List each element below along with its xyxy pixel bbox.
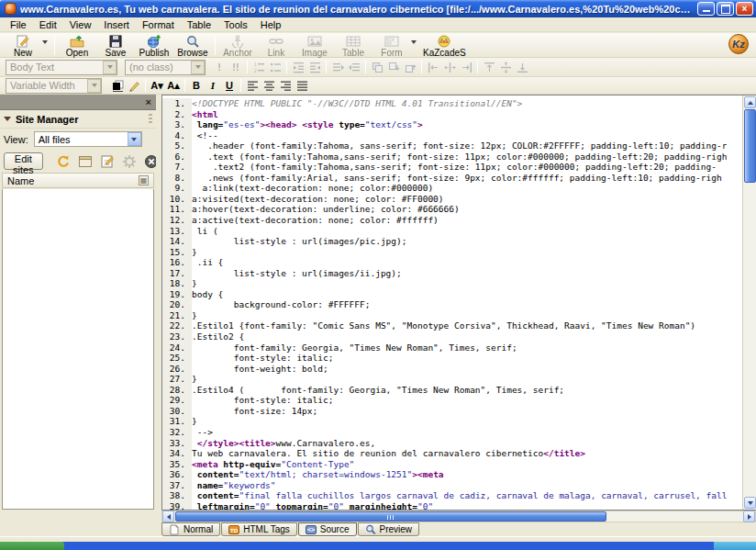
bold-icon[interactable]: B [188,78,205,93]
emphasis-icon[interactable]: ! [211,60,228,74]
font-size-increase-icon[interactable]: A▴ [165,78,182,93]
italic-icon[interactable]: I [205,78,221,93]
code-line[interactable]: 6. .text (font-family:Tahoma,sans-serif;… [162,152,742,163]
code-line[interactable]: 24. font-family: Georgia, "Times New Rom… [162,342,742,354]
view-filter-select[interactable]: All files [34,131,142,147]
new-button[interactable]: New [4,34,42,58]
code-line[interactable]: 20. background-color: #FFFFFF; [162,299,742,310]
indent-increase-icon[interactable] [290,60,306,74]
bullet-list-icon[interactable] [267,60,284,74]
code-line[interactable]: 10.a:visited(text-decoration: none; colo… [162,194,742,205]
numbered-list-icon[interactable]: 12 [250,60,267,74]
code-line[interactable]: 16. .ii { [162,257,742,268]
code-line[interactable]: 27.} [162,374,742,385]
menu-insert[interactable]: Insert [97,18,136,31]
code-line[interactable]: 23..Estilo2 { [162,331,742,342]
edit-sites-button[interactable]: Edit sites [4,152,43,170]
tab-normal[interactable]: Normal [161,522,220,536]
align-middle-icon[interactable] [497,60,514,74]
snap-left-icon[interactable] [425,60,441,74]
code-line[interactable]: 4. <!-- [162,130,742,141]
file-list[interactable] [2,189,154,510]
code-line[interactable]: 21.} [162,310,742,321]
code-line[interactable]: 33. </style><title>www.Carnavalero.es, [162,438,742,449]
source-code[interactable]: 1.<!DOCTYPE HTML PUBLIC "-//W3C//DTD HTM… [162,95,742,510]
image-button[interactable]: Image [295,34,334,58]
code-line[interactable]: 28..Estilo4 ( font-family: Georgia, "Tim… [162,385,742,396]
code-line[interactable]: 2.<html [162,109,742,120]
sidebar-close-icon[interactable]: × [146,97,151,107]
align-left-icon[interactable] [244,78,261,93]
table-button[interactable]: Table [334,34,372,58]
align-justify-icon[interactable] [294,78,310,93]
code-line[interactable]: 11.a:hover(text-decoration: underline; c… [162,204,742,215]
shift-right-icon[interactable] [329,60,346,74]
absolute-position-icon[interactable] [369,60,385,74]
snap-center-icon[interactable] [441,60,458,74]
font-width-select[interactable]: Variable Width [6,78,102,94]
horizontal-scroll-thumb[interactable] [175,511,606,522]
indent-decrease-icon[interactable] [306,60,323,74]
highlight-pen-icon[interactable] [126,78,142,93]
code-line[interactable]: 26. font-weight: bold; [162,364,742,375]
code-line[interactable]: 38. content="final falla cuchillos largo… [162,490,742,501]
increase-zindex-icon[interactable] [402,60,418,74]
code-line[interactable]: 3. lang="es-es"><head> <style type="text… [162,119,742,130]
code-line[interactable]: 29. font-style: italic; [162,395,742,406]
code-line[interactable]: 9. a:link(text-decoration: none; color:#… [162,183,742,194]
chevron-down-icon[interactable] [42,40,48,44]
scroll-up-button[interactable] [744,96,756,108]
start-button[interactable] [0,542,64,550]
menu-edit[interactable]: Edit [33,18,63,31]
site-manager-header[interactable]: Site Manager [0,110,156,129]
name-column-header[interactable]: Name ▦ [2,173,154,188]
code-line[interactable]: 15.} [162,247,742,258]
code-line[interactable]: 13. li ( [162,226,742,237]
class-select[interactable]: (no class) [125,60,206,75]
scroll-left-button[interactable] [162,511,174,522]
browse-button[interactable]: Browse [173,34,212,58]
align-bottom-icon[interactable] [514,60,530,74]
code-line[interactable]: 39. leftmargin="0" topmargin="0" marginh… [162,501,742,510]
kazcades-button[interactable]: cssKaZcadeS [420,34,469,58]
paragraph-format-select[interactable]: Body Text [6,60,117,75]
code-line[interactable]: 32. --> [162,427,742,438]
code-line[interactable]: 37. name="keywords" [162,480,742,491]
code-line[interactable]: 35.<meta http-equiv="Content-Type" [162,459,742,470]
code-line[interactable]: 1.<!DOCTYPE HTML PUBLIC "-//W3C//DTD HTM… [162,98,742,109]
scroll-right-button[interactable] [743,511,755,522]
code-line[interactable]: 17. list-style : url(images/ii.jpg); [162,268,742,279]
code-line[interactable]: 25. font-style: italic; [162,353,742,364]
menu-file[interactable]: File [4,18,33,31]
close-button[interactable]: × [736,2,753,16]
shift-left-icon[interactable] [346,60,362,74]
restore-button[interactable] [717,2,734,16]
align-center-icon[interactable] [261,78,277,93]
underline-icon[interactable]: U [221,78,238,93]
align-top-icon[interactable] [481,60,497,74]
code-line[interactable]: 19.body { [162,289,742,300]
code-line[interactable]: 18.} [162,278,742,289]
column-picker-icon[interactable]: ▦ [139,175,149,185]
font-color-picker[interactable] [109,78,126,93]
code-line[interactable]: 8. .news (font-family:Arial, sans-serif;… [162,173,742,184]
code-line[interactable]: 36. content="text/html; charset=windows-… [162,469,742,480]
chevron-down-icon[interactable] [411,40,417,44]
menu-table[interactable]: Table [181,18,217,31]
link-button[interactable]: Link [257,34,295,58]
tab-html-tags[interactable]: TDHTML Tags [221,522,297,536]
anchor-button[interactable]: Anchor [218,34,257,58]
code-line[interactable]: 5. .header (font-family:Tahoma, sans-ser… [162,140,742,152]
edit-page-icon[interactable] [100,154,115,169]
snap-right-icon[interactable] [458,60,474,74]
source-editor[interactable]: 1.<!DOCTYPE HTML PUBLIC "-//W3C//DTD HTM… [161,95,756,511]
code-line[interactable]: 7. .text2 (font-family:Tahoma,sans-serif… [162,162,742,173]
code-line[interactable]: 22..Estilo1 {font-family: "Comic Sans MS… [162,320,742,331]
tab-source[interactable]: <>Source [298,522,357,536]
tab-preview[interactable]: Preview [358,522,420,536]
reload-icon[interactable] [56,154,71,169]
scroll-down-button[interactable] [744,497,756,509]
code-line[interactable]: 31.} [162,416,742,427]
code-line[interactable]: 12.a:active(text-decoration: none; color… [162,215,742,226]
open-button[interactable]: Open [58,34,96,58]
